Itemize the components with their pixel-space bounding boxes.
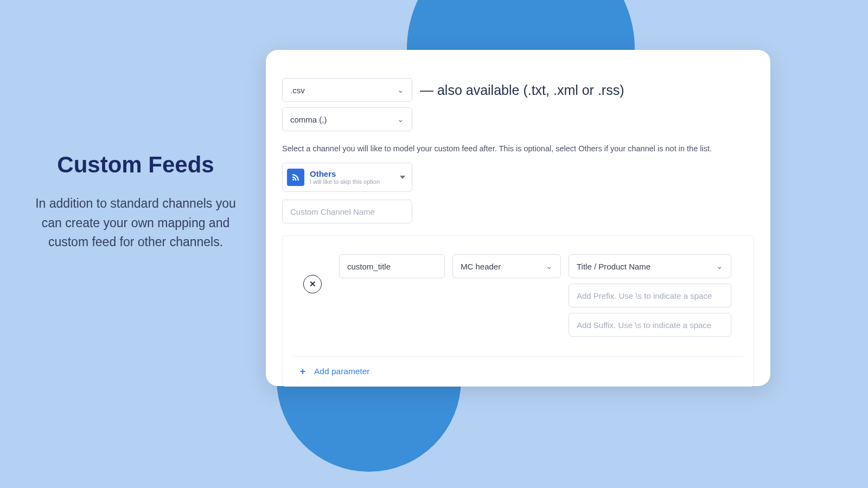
settings-card: .csv ⌄ — also available (.txt, .xml or .…: [266, 50, 770, 386]
prefix-input[interactable]: [569, 284, 731, 307]
channel-subtitle: I will like to skip this option: [310, 178, 394, 185]
format-availability-note: — also available (.txt, .xml or .rss): [420, 82, 624, 98]
plus-icon: +: [298, 367, 308, 376]
channel-text: Others I will like to skip this option: [310, 170, 394, 185]
file-format-value: .csv: [290, 86, 305, 95]
mapping-row: ✕ MC header ⌄ Title / Product Name ⌄: [293, 254, 743, 337]
custom-channel-name-input[interactable]: [282, 200, 412, 223]
custom-header-input[interactable]: [339, 254, 445, 278]
delete-row-button[interactable]: ✕: [303, 275, 322, 293]
add-parameter-button[interactable]: + Add parameter: [293, 356, 743, 376]
chevron-down-icon: ⌄: [716, 261, 723, 271]
mapping-panel: ✕ MC header ⌄ Title / Product Name ⌄: [282, 235, 754, 387]
rss-icon: [287, 169, 304, 186]
chevron-down-icon: ⌄: [397, 85, 404, 95]
product-field-label: Title / Product Name: [577, 262, 650, 271]
add-parameter-label: Add parameter: [314, 367, 370, 376]
product-field-select[interactable]: Title / Product Name ⌄: [569, 254, 731, 278]
separator-value: comma (,): [290, 115, 327, 124]
format-row: .csv ⌄ — also available (.txt, .xml or .…: [282, 78, 754, 102]
chevron-down-icon: ⌄: [546, 261, 553, 271]
file-format-select[interactable]: .csv ⌄: [282, 78, 412, 102]
page-title: Custom Feeds: [27, 152, 244, 178]
channel-title: Others: [310, 170, 394, 179]
channel-helper-text: Select a channel you will like to model …: [282, 144, 754, 153]
separator-select[interactable]: comma (,) ⌄: [282, 107, 412, 131]
chevron-down-icon: ⌄: [397, 114, 404, 124]
channel-select[interactable]: Others I will like to skip this option: [282, 163, 412, 192]
mc-header-select[interactable]: MC header ⌄: [452, 254, 561, 278]
close-icon: ✕: [309, 279, 316, 289]
page-description: In addition to standard channels you can…: [27, 194, 244, 252]
suffix-input[interactable]: [569, 313, 731, 337]
caret-down-icon: [400, 176, 405, 179]
left-pane: Custom Feeds In addition to standard cha…: [27, 152, 244, 252]
mc-header-label: MC header: [461, 262, 501, 271]
